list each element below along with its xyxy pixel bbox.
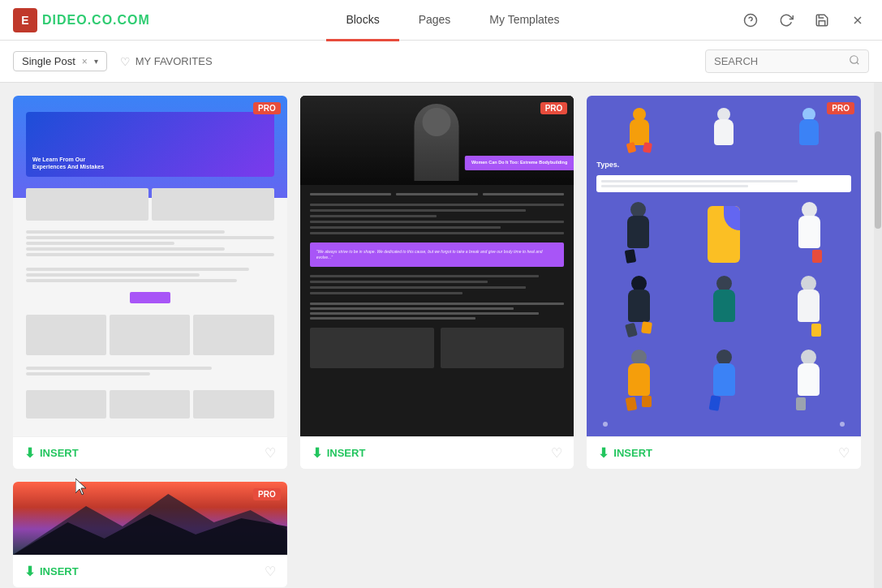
card-2-insert-button[interactable]: ⬇ INSERT <box>312 445 366 461</box>
card-3-content: Types. <box>587 96 861 436</box>
header-tabs: Blocks Pages My Templates <box>166 0 739 41</box>
tab-blocks[interactable]: Blocks <box>326 1 398 41</box>
figure-2 <box>712 108 736 152</box>
figure-10 <box>710 350 738 410</box>
figure-9 <box>625 350 653 410</box>
card-2-blockquote-text: "We always strive to be in shape. We ded… <box>316 249 558 260</box>
tab-pages[interactable]: Pages <box>399 1 471 41</box>
card-1-favorite-button[interactable]: ♡ <box>265 445 276 461</box>
card-3-white-section <box>596 175 851 192</box>
card-1-bot-img-2 <box>110 315 190 355</box>
main-content: PRO We Learn From OurExperiences And Mis… <box>0 83 882 588</box>
card-3-types-label: Types. <box>596 161 851 169</box>
figure-3 <box>797 108 821 152</box>
insert-icon-1: ⬇ <box>24 445 35 461</box>
insert-icon-2: ⬇ <box>312 445 322 461</box>
scrollbar[interactable] <box>874 83 882 588</box>
card-1-hero: We Learn From OurExperiences And Mistake… <box>26 112 274 177</box>
card-1-line-3 <box>26 242 174 245</box>
card-1-lines <box>26 230 274 256</box>
logo: E DIDEO.CO.COM <box>13 8 150 32</box>
card-4[interactable]: PRO ⬇ INSERT <box>13 482 287 587</box>
header: E DIDEO.CO.COM Blocks Pages My Templates <box>0 0 882 41</box>
figure-1 <box>627 108 652 152</box>
close-button[interactable] <box>846 9 869 32</box>
card-3-row-2 <box>596 200 851 263</box>
card-2[interactable]: PRO Women Can Do It Too: Extreme Bodybui… <box>300 96 574 469</box>
card-2-line-3 <box>310 215 437 217</box>
card-1-image-row <box>26 188 274 221</box>
card-1-preview: We Learn From OurExperiences And Mistake… <box>13 96 287 436</box>
card-2-line-5 <box>310 226 501 229</box>
card-3-pagination <box>596 422 851 427</box>
pro-badge-2: PRO <box>540 102 568 114</box>
card-2-content: Women Can Do It Too: Extreme Bodybuildin… <box>300 96 574 436</box>
card-1-line-4 <box>26 247 225 251</box>
figure-4 <box>624 202 652 263</box>
card-4-content <box>13 482 287 555</box>
refresh-button[interactable] <box>775 9 798 32</box>
figure-11 <box>794 350 823 410</box>
card-2-favorite-button[interactable]: ♡ <box>551 445 562 461</box>
card-2-hero-text: Women Can Do It Too: Extreme Bodybuildin… <box>465 156 574 170</box>
card-1-hero-text: We Learn From OurExperiences And Mistake… <box>32 156 104 170</box>
card-3-insert-label: INSERT <box>613 447 652 459</box>
card-1-insert-label: INSERT <box>40 447 79 459</box>
card-1-actions: ⬇ INSERT ♡ <box>13 436 287 469</box>
card-1-content: We Learn From OurExperiences And Mistake… <box>13 96 287 436</box>
card-2-blockquote: "We always strive to be in shape. We ded… <box>310 242 565 267</box>
card-1[interactable]: PRO We Learn From OurExperiences And Mis… <box>13 96 287 469</box>
card-3-row-3 <box>596 274 851 337</box>
figure-5 <box>795 202 824 263</box>
search-icon <box>849 54 860 68</box>
card-4-insert-button[interactable]: ⬇ INSERT <box>24 564 79 579</box>
card-1-insert-button[interactable]: ⬇ INSERT <box>24 445 79 461</box>
card-2-body: "We always strive to be in shape. We ded… <box>300 185 574 303</box>
filter-clear-icon[interactable]: × <box>82 56 88 67</box>
filter-dropdown[interactable]: Single Post × ▾ <box>13 51 107 71</box>
scroll-thumb[interactable] <box>875 131 881 229</box>
favorites-button[interactable]: ♡ MY FAVORITES <box>120 55 213 68</box>
pro-badge-1: PRO <box>253 102 281 114</box>
help-button[interactable] <box>739 9 762 32</box>
card-2-line-6 <box>310 232 565 234</box>
card-1-line-1 <box>26 230 225 234</box>
logo-icon: E <box>13 8 37 32</box>
insert-icon-3: ⬇ <box>598 445 609 461</box>
filter-chevron-icon[interactable]: ▾ <box>94 57 98 66</box>
card-3-row-4 <box>596 348 851 410</box>
svg-marker-7 <box>13 514 287 555</box>
card-2-line-2 <box>310 209 527 212</box>
card-2-line-4 <box>310 221 565 223</box>
card-1-img-1 <box>26 188 148 221</box>
header-actions <box>739 9 869 32</box>
search-input[interactable] <box>714 55 844 67</box>
card-1-img-2 <box>152 188 274 221</box>
svg-point-4 <box>850 56 858 63</box>
card-1-bottom-row <box>26 315 274 355</box>
search-container <box>705 49 869 73</box>
content-area[interactable]: PRO We Learn From OurExperiences And Mis… <box>0 83 874 588</box>
figure-6 <box>625 276 653 337</box>
card-4-favorite-button[interactable]: ♡ <box>265 564 276 579</box>
card-4-actions: ⬇ INSERT ♡ <box>13 555 287 587</box>
template-grid: PRO We Learn From OurExperiences And Mis… <box>13 96 861 587</box>
figure-8 <box>794 276 823 337</box>
card-2-actions: ⬇ INSERT ♡ <box>300 436 574 469</box>
card-3-actions: ⬇ INSERT ♡ <box>587 436 861 469</box>
card-2-preview: Women Can Do It Too: Extreme Bodybuildin… <box>300 96 574 436</box>
toolbar: Single Post × ▾ ♡ MY FAVORITES <box>0 41 882 83</box>
tab-my-templates[interactable]: My Templates <box>470 1 579 41</box>
phone-device <box>708 206 740 263</box>
card-3-favorite-button[interactable]: ♡ <box>838 445 850 461</box>
card-3[interactable]: PRO <box>587 96 861 469</box>
card-4-insert-label: INSERT <box>40 565 79 577</box>
card-3-row-1 <box>596 105 851 152</box>
card-2-line-1 <box>310 204 565 206</box>
save-button[interactable] <box>811 9 833 32</box>
card-1-line-5 <box>26 253 274 256</box>
card-1-bot-img-3 <box>193 315 273 355</box>
card-3-insert-button[interactable]: ⬇ INSERT <box>598 445 652 461</box>
card-2-insert-label: INSERT <box>327 447 366 459</box>
figure-7 <box>710 276 738 337</box>
